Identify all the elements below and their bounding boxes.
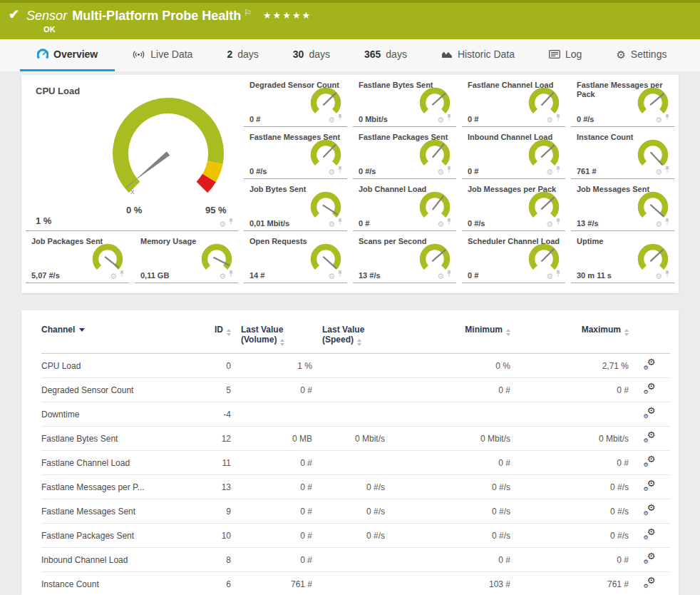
channel-id: 5 bbox=[181, 378, 231, 402]
column-header-id[interactable]: ID bbox=[181, 320, 231, 354]
gear-icon[interactable]: ⚙ bbox=[546, 116, 553, 124]
tab-365-days[interactable]: 365days bbox=[347, 39, 424, 71]
pin-icon[interactable] bbox=[337, 215, 343, 228]
cpu-gauge-dial bbox=[108, 93, 229, 214]
channel-settings-gears-icon[interactable]: ⚙⚙ bbox=[644, 554, 656, 564]
status-ok-check-icon: ✔ bbox=[9, 6, 19, 39]
pin-icon[interactable] bbox=[555, 268, 561, 280]
gear-icon[interactable]: ⚙ bbox=[546, 273, 553, 280]
gear-icon[interactable]: ⚙ bbox=[655, 220, 662, 228]
gear-icon[interactable]: ⚙ bbox=[328, 116, 335, 124]
gauges-panel: CPU Load x̄ 0 % 95 % 1 % ⚙ Degraded Sens… bbox=[21, 75, 679, 293]
minimum-value: 0 % bbox=[385, 354, 510, 378]
pin-icon[interactable] bbox=[664, 215, 670, 228]
channel-settings-gears-icon[interactable]: ⚙⚙ bbox=[644, 384, 656, 395]
pin-icon[interactable] bbox=[119, 268, 125, 280]
gear-icon[interactable]: ⚙ bbox=[655, 116, 662, 124]
gear-icon[interactable]: ⚙ bbox=[437, 220, 444, 228]
gear-icon[interactable]: ⚙ bbox=[437, 273, 444, 280]
sensor-header: ✔ SensorMulti-Platform Probe Health⚐★★★★… bbox=[0, 0, 700, 39]
gear-icon[interactable]: ⚙ bbox=[219, 220, 226, 228]
pin-icon[interactable] bbox=[446, 215, 452, 228]
pin-icon[interactable] bbox=[555, 163, 561, 176]
gear-icon[interactable]: ⚙ bbox=[437, 168, 444, 176]
last-value-volume: 0 # bbox=[231, 378, 312, 402]
column-header-last-value-volume[interactable]: Last Value(Volume) bbox=[231, 320, 312, 354]
channel-settings-gears-icon[interactable]: ⚙⚙ bbox=[644, 457, 656, 467]
gear-icon[interactable]: ⚙ bbox=[219, 273, 226, 280]
priority-stars[interactable]: ★★★★★ bbox=[263, 10, 312, 21]
gear-icon[interactable]: ⚙ bbox=[655, 273, 662, 280]
gear-icon[interactable]: ⚙ bbox=[328, 168, 335, 176]
last-value-volume: 1 % bbox=[231, 354, 312, 378]
tab-2-days[interactable]: 2days bbox=[210, 39, 275, 71]
pin-icon[interactable] bbox=[664, 268, 670, 280]
maximum-value: 0 #/s bbox=[510, 499, 629, 524]
pin-icon[interactable] bbox=[446, 111, 452, 124]
sort-icon[interactable] bbox=[357, 339, 361, 346]
pin-icon[interactable] bbox=[228, 268, 234, 280]
gauge-cell-degraded-sensor-count: Degraded Sensor Count0 #⚙ bbox=[244, 75, 347, 127]
sort-icon[interactable] bbox=[227, 329, 231, 336]
tab-log[interactable]: Log bbox=[532, 39, 599, 71]
sort-icon[interactable] bbox=[280, 339, 284, 346]
gauge-value: 30 m 11 s bbox=[577, 271, 612, 280]
gauge-value: 13 #/s bbox=[577, 219, 599, 228]
last-value-speed bbox=[312, 451, 385, 475]
pin-icon[interactable] bbox=[228, 215, 234, 228]
last-value-volume: 0 MB bbox=[231, 427, 312, 451]
pin-icon[interactable] bbox=[337, 111, 343, 124]
channel-name: Downtime bbox=[41, 402, 181, 427]
gear-icon[interactable]: ⚙ bbox=[110, 273, 117, 280]
tab-settings[interactable]: ⚙Settings bbox=[599, 39, 684, 71]
channel-settings-gears-icon[interactable]: ⚙⚙ bbox=[644, 360, 656, 370]
channel-name: CPU Load bbox=[41, 354, 181, 378]
channel-settings-gears-icon[interactable]: ⚙⚙ bbox=[644, 578, 656, 589]
maximum-value bbox=[510, 402, 629, 427]
gear-icon[interactable]: ⚙ bbox=[328, 220, 335, 228]
gauge-cell-job-bytes-sent: Job Bytes Sent0,01 Mbit/s⚙ bbox=[244, 179, 347, 231]
channel-settings-gears-icon[interactable]: ⚙⚙ bbox=[644, 408, 656, 419]
pin-icon[interactable] bbox=[446, 268, 452, 280]
gear-icon[interactable]: ⚙ bbox=[655, 168, 662, 176]
gear-icon[interactable]: ⚙ bbox=[328, 273, 335, 280]
pin-icon[interactable] bbox=[337, 268, 343, 280]
column-header-channel[interactable]: Channel bbox=[41, 320, 181, 354]
tab-number: 2 bbox=[227, 49, 232, 60]
column-header-maximum[interactable]: Maximum bbox=[510, 320, 629, 354]
gear-icon[interactable]: ⚙ bbox=[437, 116, 444, 124]
pin-icon[interactable] bbox=[664, 111, 670, 124]
gauge-value: 0 # bbox=[468, 271, 478, 280]
pin-icon[interactable] bbox=[446, 163, 452, 176]
channel-settings-gears-icon[interactable]: ⚙⚙ bbox=[644, 481, 656, 492]
tab-label: days bbox=[309, 49, 330, 60]
column-header-last-value-speed[interactable]: Last Value(Speed) bbox=[312, 320, 385, 354]
last-value-volume: 0 # bbox=[231, 475, 312, 499]
channel-settings-gears-icon[interactable]: ⚙⚙ bbox=[644, 505, 656, 516]
channel-settings-gears-icon[interactable]: ⚙⚙ bbox=[644, 529, 656, 540]
gear-icon[interactable]: ⚙ bbox=[546, 220, 553, 228]
pin-icon[interactable] bbox=[555, 111, 561, 124]
pin-icon[interactable] bbox=[555, 215, 561, 228]
sort-icon[interactable] bbox=[506, 329, 510, 336]
tab-label: Historic Data bbox=[458, 49, 515, 60]
gauge-value: 0 #/s bbox=[249, 167, 267, 176]
pin-icon[interactable] bbox=[664, 163, 670, 176]
channel-settings-cell: ⚙⚙ bbox=[629, 378, 670, 402]
channel-settings-cell: ⚙⚙ bbox=[629, 548, 670, 572]
gear-icon[interactable]: ⚙ bbox=[546, 168, 553, 176]
flag-icon[interactable]: ⚐ bbox=[244, 8, 252, 18]
chevron-down-icon[interactable] bbox=[79, 328, 85, 332]
channel-settings-cell: ⚙⚙ bbox=[629, 354, 670, 378]
tab-overview[interactable]: Overview bbox=[20, 39, 115, 71]
pin-icon[interactable] bbox=[337, 163, 343, 176]
tab-historic-data[interactable]: Historic Data bbox=[424, 39, 532, 71]
tab-live-data[interactable]: Live Data bbox=[115, 39, 210, 71]
table-row-fastlane-channel-load: Fastlane Channel Load110 #0 #0 #⚙⚙ bbox=[41, 451, 670, 475]
gauge-scale-min: 0 % bbox=[126, 205, 142, 215]
sort-icon[interactable] bbox=[624, 329, 629, 336]
gauge-cell-job-messages-sent: Job Messages Sent13 #/s⚙ bbox=[571, 179, 674, 231]
tab-30-days[interactable]: 30days bbox=[276, 39, 347, 71]
column-header-minimum[interactable]: Minimum bbox=[385, 320, 510, 354]
channel-settings-gears-icon[interactable]: ⚙⚙ bbox=[644, 432, 656, 443]
